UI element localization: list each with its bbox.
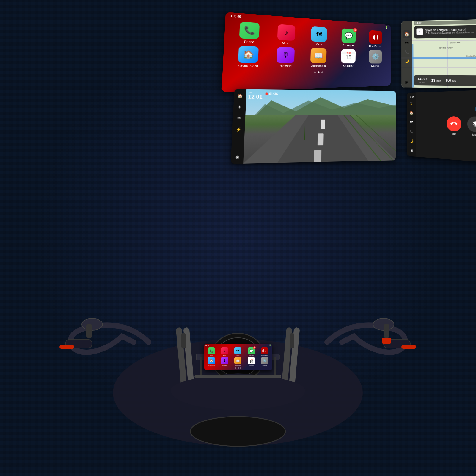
camera-eye-icon[interactable]: 👁 xyxy=(235,114,244,122)
moto-badge: 3 xyxy=(253,346,256,349)
audiobooks-label: Audiobooks xyxy=(311,65,326,67)
nav-home-icon[interactable]: 🏠 xyxy=(403,30,410,38)
call-sidebar-phone[interactable]: 📞 xyxy=(408,128,415,135)
nav-sub-text-content: To Guangming Avenue and Guangqiao Road xyxy=(428,31,474,34)
app-maps[interactable]: 🗺 Maps xyxy=(304,26,333,46)
call-timer: PE 00:02 xyxy=(475,106,476,112)
camera-brightness-icon[interactable]: ☀ xyxy=(235,103,244,111)
nav-grid-icon[interactable]: ⊞ xyxy=(403,78,411,87)
nav-maps-icon[interactable]: 🗺 xyxy=(403,39,410,47)
camera-aperture-icon[interactable]: ◉ xyxy=(233,153,242,161)
svg-rect-59 xyxy=(266,350,266,352)
rec-indicator xyxy=(265,92,268,95)
dot-3 xyxy=(321,71,323,73)
app-settings[interactable]: ⚙️ Settings xyxy=(363,49,387,67)
app-podcasts[interactable]: 🎙 Podcasts xyxy=(268,47,301,67)
moto-smartscreen-label: SmartScreen xyxy=(208,365,215,366)
call-sidebar-time: 14:18 xyxy=(409,95,414,100)
app-nowplaying[interactable]: Now Playing xyxy=(363,30,387,48)
mute-icon xyxy=(467,116,476,132)
camera-home-icon[interactable]: 🏠 xyxy=(235,92,244,100)
moto-battery: 🔋 xyxy=(269,344,271,346)
audiobooks-icon: 📖 xyxy=(310,48,327,63)
nav-sub-text: ↱ To Guangming Avenue and Guangqiao Road xyxy=(425,31,474,34)
app-smartscreen[interactable]: 🏠 SmartScreen xyxy=(229,45,266,67)
svg-rect-34 xyxy=(382,338,391,344)
call-sidebar-home[interactable]: 🏠 xyxy=(408,109,415,117)
moto-app-phone: 📞 Phone xyxy=(205,347,218,356)
nav-distance: 5.6 km xyxy=(446,78,456,83)
end-label: End xyxy=(451,132,456,135)
moto-screen-content: 11:46 🔋 📞 Phone ♪ Music 🗺 Maps xyxy=(204,344,272,370)
messages-badge: 3 xyxy=(353,28,357,32)
moto-carplay-screen[interactable]: 11:46 🔋 📞 Phone ♪ Music 🗺 Maps xyxy=(204,344,272,370)
call-sidebar-moon[interactable]: 🌙 xyxy=(408,137,415,145)
moto-podcasts-icon: 🎙 xyxy=(221,357,228,364)
podcasts-icon: 🎙 xyxy=(276,47,294,63)
svg-rect-3 xyxy=(377,35,378,40)
camera-bluetooth-icon[interactable]: ⚡ xyxy=(234,125,243,133)
svg-rect-28 xyxy=(86,324,92,338)
nav-arrival-label: arrival xyxy=(417,81,427,84)
moto-messages-icon: 💬 3 xyxy=(248,347,255,354)
phone-icon: 📞 xyxy=(239,22,260,40)
call-sidebar-battery: ⚡ xyxy=(410,103,412,106)
app-audiobooks[interactable]: 📖 Audiobooks xyxy=(304,48,333,67)
moto-app-nowplaying: Now Playing xyxy=(258,347,271,356)
nav-instruction-main: ↑ Start on Feng'en Road (North) ↱ To Gua… xyxy=(416,26,476,35)
battery-icon: 🔋 xyxy=(385,26,388,29)
call-mute-btn[interactable]: Mute xyxy=(467,116,476,136)
moto-maps-label: Maps xyxy=(237,355,240,356)
moto-app-smartscreen: 🏠 SmartScreen xyxy=(205,357,218,366)
nav-arrow-icon: ↑ xyxy=(416,28,423,35)
phone-label: Phone xyxy=(244,40,254,44)
call-action-buttons: End Mute xyxy=(446,116,476,139)
call-sidebar-grid[interactable]: ⊞ xyxy=(408,147,415,154)
moto-calendar-label: Calendar xyxy=(249,365,254,366)
screen-camera[interactable]: 🏠 ☀ 👁 ⚡ ◉ xyxy=(230,89,396,164)
nav-arrival: 14:30 arrival xyxy=(417,77,427,84)
moto-app-audiobooks: 📖 Audiobooks xyxy=(232,357,244,366)
svg-rect-2 xyxy=(375,36,376,38)
app-calendar[interactable]: THU 15 Calendar xyxy=(335,48,361,67)
home-time: 11:46 xyxy=(230,14,241,18)
nav-moon-icon[interactable]: 🌙 xyxy=(403,57,410,65)
call-end-btn[interactable]: End xyxy=(446,116,461,136)
moto-cal-date: 15 xyxy=(250,360,253,363)
app-messages[interactable]: 💬 3 Messages xyxy=(335,28,361,47)
moto-dot-3 xyxy=(240,367,241,369)
settings-icon: ⚙️ xyxy=(369,50,382,64)
svg-rect-55 xyxy=(195,375,281,378)
app-music[interactable]: ♪ Music xyxy=(269,23,302,45)
calendar-icon: THU 15 xyxy=(341,49,356,63)
camera-rec-display: 01:36 xyxy=(265,92,278,96)
map-label-chalin: Chalin Road xyxy=(466,55,476,58)
moto-smartscreen-icon: 🏠 xyxy=(208,357,215,364)
screen-nav[interactable]: Chalin Road QIAOIANG GMIMG AU OF CREATIV… xyxy=(401,18,476,89)
nav-eta-bar: 14:30 arrival 13 min 5.6 km ⬆ xyxy=(414,75,476,87)
settings-label: Settings xyxy=(371,65,379,67)
screen-call[interactable]: 14:18 4G ⚡ 🏠 🗺 📞 🌙 ⊞ Lee PE 00:02 xyxy=(407,86,476,170)
moto-phone-label: Phone xyxy=(210,355,213,356)
app-phone[interactable]: 📞 Phone xyxy=(230,21,267,44)
dot-1 xyxy=(314,71,315,73)
end-call-icon xyxy=(446,116,461,132)
screen-home[interactable]: 11:46 🔋 📞 Phone ♪ Music 🗺 Maps 💬 xyxy=(221,12,391,92)
nav-phone-icon[interactable]: 📞 xyxy=(403,48,410,56)
moto-settings-icon: ⚙️ xyxy=(261,357,268,364)
svg-rect-50 xyxy=(290,333,294,348)
svg-rect-1 xyxy=(374,35,375,40)
moto-dot-1 xyxy=(235,367,236,369)
nav-instruction-box: ↑ Start on Feng'en Road (North) ↱ To Gua… xyxy=(414,24,476,39)
motorcycle-area: 1 2 3 4 5 6 7 8 9 10 DUCATI xyxy=(0,179,476,476)
map-label-qing: QIAOIANG xyxy=(450,41,461,44)
camera-clock-display: AM 12 01 xyxy=(248,91,263,100)
nav-arrival-time: 14:30 xyxy=(417,77,427,81)
svg-rect-32 xyxy=(384,324,389,338)
pe-badge: PE xyxy=(475,107,476,111)
road-scene: AM 12 01 01:36 xyxy=(243,89,396,164)
call-main-content: Lee PE 00:02 End Mute xyxy=(416,86,476,170)
svg-rect-57 xyxy=(263,349,264,353)
moto-music-label: Music xyxy=(223,355,226,356)
call-sidebar-maps[interactable]: 🗺 xyxy=(408,119,415,126)
